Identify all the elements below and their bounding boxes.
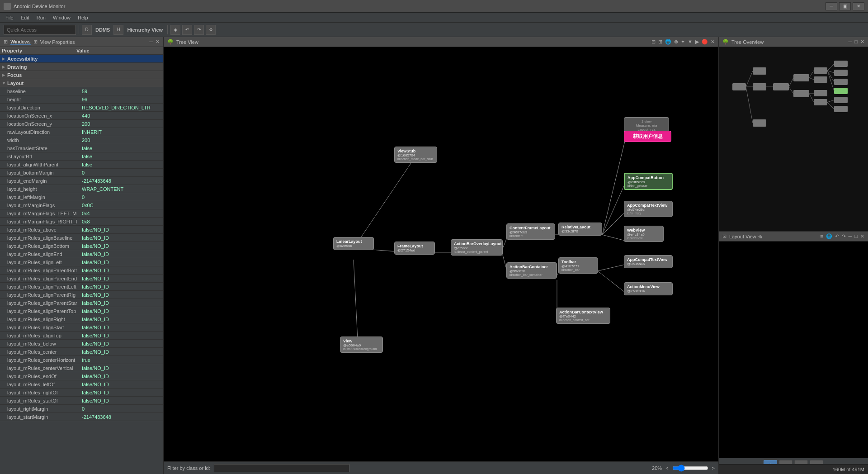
prop-row-33[interactable]: layout_mRules_centerHorizont true bbox=[0, 356, 163, 364]
tree-view-icon-1[interactable]: ⊡ bbox=[651, 38, 656, 45]
prop-row-27[interactable]: layout_mRules_alignParentTop false/NO_ID bbox=[0, 307, 163, 315]
layout-view-icon-1[interactable]: ≡ bbox=[819, 233, 824, 240]
prop-row-22[interactable]: layout_mRules_alignParentBott false/NO_I… bbox=[0, 266, 163, 275]
layout-canvas[interactable] bbox=[719, 242, 868, 458]
prop-row-7[interactable]: hasTransientState false bbox=[0, 144, 163, 152]
prop-row-3[interactable]: locationOnScreen_x 440 bbox=[0, 112, 163, 120]
prop-row-20[interactable]: layout_mRules_alignEnd false/NO_ID bbox=[0, 250, 163, 258]
tab-layout-view[interactable]: Layout View % bbox=[729, 234, 762, 239]
toolbar-btn-2[interactable]: ↶ bbox=[182, 25, 192, 35]
layout-view-min-icon[interactable]: ─ bbox=[848, 233, 853, 240]
prop-row-23[interactable]: layout_mRules_alignParentEnd false/NO_ID bbox=[0, 275, 163, 283]
tab-windows[interactable]: Windows bbox=[10, 39, 31, 45]
tree-ov-close-icon[interactable]: ✕ bbox=[859, 38, 865, 45]
layout-arrow[interactable]: ▼ bbox=[2, 81, 7, 85]
node-viewStub[interactable]: ViewStub @1665704 id/action_mode_bar_stu… bbox=[394, 147, 437, 163]
node-appCompatTextView2[interactable]: AppCompatTextView @0a35a46 bbox=[624, 255, 673, 268]
minimize-button[interactable]: ─ bbox=[826, 2, 837, 10]
section-focus[interactable]: ▶ Focus bbox=[0, 71, 163, 79]
toolbar-btn-3[interactable]: ↷ bbox=[194, 25, 204, 35]
prop-row-12[interactable]: layout_height WRAP_CONTENT bbox=[0, 185, 163, 193]
node-frameLayout[interactable]: FrameLayout @27154ed bbox=[394, 242, 435, 255]
toolbar-btn-1[interactable]: ◈ bbox=[170, 25, 180, 35]
toolbar-btn-4[interactable]: ⚙ bbox=[206, 25, 216, 35]
left-panel-close-icon[interactable]: ✕ bbox=[155, 38, 160, 45]
toolbar-hierarchy-view[interactable]: H bbox=[113, 25, 123, 35]
prop-row-32[interactable]: layout_mRules_center false/NO_ID bbox=[0, 348, 163, 356]
prop-row-18[interactable]: layout_mRules_alignBaseline false/NO_ID bbox=[0, 234, 163, 242]
prop-row-37[interactable]: layout_mRules_rightOf false/NO_ID bbox=[0, 389, 163, 397]
tree-view-close-icon[interactable]: ✕ bbox=[710, 38, 716, 45]
node-contentFrame[interactable]: ContentFrameLayout @9687db3 id/content bbox=[506, 223, 555, 240]
tree-view-icon-7[interactable]: ▶ bbox=[694, 38, 700, 45]
section-layout[interactable]: ▼ Layout bbox=[0, 79, 163, 87]
node-toolbar[interactable]: Toolbar @41b7671 id/action_bar bbox=[558, 257, 598, 274]
tree-canvas[interactable]: LinearLayout @62e956 View @e5664a0 id/st… bbox=[164, 47, 718, 461]
tree-view-icon-5[interactable]: ✦ bbox=[680, 38, 686, 45]
node-linearLayout[interactable]: LinearLayout @62e956 bbox=[333, 237, 374, 250]
prop-row-10[interactable]: layout_bottomMargin 0 bbox=[0, 169, 163, 177]
prop-row-29[interactable]: layout_mRules_alignStart false/NO_ID bbox=[0, 323, 163, 332]
zoom-slider[interactable] bbox=[672, 465, 708, 472]
layout-view-close-icon[interactable]: ✕ bbox=[859, 233, 865, 240]
tree-view-icon-3[interactable]: 🌐 bbox=[664, 38, 672, 45]
prop-row-30[interactable]: layout_mRules_alignTop false/NO_ID bbox=[0, 332, 163, 340]
tab-tree-overview[interactable]: Tree Overview bbox=[731, 39, 764, 45]
prop-row-39[interactable]: layout_rightMargin 0 bbox=[0, 405, 163, 413]
node-pink-button[interactable]: 获取用户信息 bbox=[624, 131, 671, 142]
toolbar-ddms[interactable]: D bbox=[82, 25, 92, 35]
layout-view-icon-3[interactable]: ↶ bbox=[834, 233, 840, 240]
prop-row-25[interactable]: layout_mRules_alignParentRig false/NO_ID bbox=[0, 291, 163, 299]
prop-row-11[interactable]: layout_endMargin -2147483648 bbox=[0, 177, 163, 185]
node-actionBarContainer[interactable]: ActionBarContainer @99e02b id/action_bar… bbox=[506, 262, 557, 279]
drawing-arrow[interactable]: ▶ bbox=[2, 65, 7, 69]
node-webView[interactable]: WebView @e4c34a5 id/webview bbox=[624, 226, 664, 242]
prop-row-24[interactable]: layout_mRules_alignParentLeft false/NO_I… bbox=[0, 283, 163, 291]
section-accessibility[interactable]: ▶ Accessibility bbox=[0, 55, 163, 63]
prop-row-8[interactable]: isLayoutRtl false bbox=[0, 152, 163, 161]
prop-row-6[interactable]: width 200 bbox=[0, 136, 163, 144]
menu-run[interactable]: Run bbox=[33, 14, 49, 21]
node-relativeLayout[interactable]: RelativeLayout @33c3f70 bbox=[558, 223, 602, 236]
prop-row-21[interactable]: layout_mRules_alignLeft false/NO_ID bbox=[0, 258, 163, 266]
layout-view-max-icon[interactable]: □ bbox=[854, 233, 859, 240]
zoom-less[interactable]: < bbox=[665, 465, 668, 471]
focus-arrow[interactable]: ▶ bbox=[2, 73, 7, 77]
node-actionBarContextView[interactable]: ActionBarContextView @f7e0442 id/action_… bbox=[556, 308, 610, 324]
prop-row-0[interactable]: baseline 59 bbox=[0, 87, 163, 95]
tree-view-icon-8[interactable]: 🔴 bbox=[701, 38, 709, 45]
layout-view-icon-4[interactable]: ↷ bbox=[841, 233, 847, 240]
node-actionBarOverlay[interactable]: ActionBarOverlayLayout @ef6f22 id/decor_… bbox=[451, 239, 503, 256]
prop-row-19[interactable]: layout_mRules_alignBottom false/NO_ID bbox=[0, 242, 163, 250]
tab-tree-view[interactable]: Tree View bbox=[176, 39, 198, 45]
restore-button[interactable]: ▣ bbox=[839, 2, 851, 10]
menu-file[interactable]: File bbox=[2, 14, 17, 21]
tree-ov-max-icon[interactable]: □ bbox=[854, 38, 859, 45]
tree-view-icon-2[interactable]: ⊞ bbox=[657, 38, 663, 45]
prop-row-17[interactable]: layout_mRules_above false/NO_ID bbox=[0, 226, 163, 234]
prop-row-1[interactable]: height 96 bbox=[0, 95, 163, 104]
accessibility-arrow[interactable]: ▶ bbox=[2, 57, 7, 61]
prop-row-14[interactable]: layout_mMarginFlags 0x0C bbox=[0, 201, 163, 209]
prop-row-38[interactable]: layout_mRules_startOf false/NO_ID bbox=[0, 397, 163, 405]
node-appCompatTextView1[interactable]: AppCompatTextView @d74e29c id/tv_msg bbox=[624, 201, 673, 217]
node-actionMenuView[interactable]: ActionMenuView @769e934 bbox=[624, 282, 673, 295]
node-view[interactable]: View @e5664a0 id/statusBarBackground bbox=[340, 337, 383, 353]
menu-window[interactable]: Window bbox=[49, 14, 74, 21]
prop-row-35[interactable]: layout_mRules_endOf false/NO_ID bbox=[0, 372, 163, 380]
prop-row-5[interactable]: rawLayoutDirection INHERIT bbox=[0, 128, 163, 136]
zoom-more[interactable]: > bbox=[712, 465, 715, 471]
close-button[interactable]: ✕ bbox=[853, 2, 864, 10]
menu-edit[interactable]: Edit bbox=[17, 14, 33, 21]
tree-ov-min-icon[interactable]: ─ bbox=[848, 38, 853, 45]
filter-input[interactable] bbox=[214, 464, 349, 472]
prop-row-31[interactable]: layout_mRules_below false/NO_ID bbox=[0, 340, 163, 348]
prop-row-28[interactable]: layout_mRules_alignRight false/NO_ID bbox=[0, 315, 163, 323]
prop-row-13[interactable]: layout_leftMargin 0 bbox=[0, 193, 163, 201]
tree-view-icon-6[interactable]: ▼ bbox=[687, 38, 693, 45]
layout-view-icon-2[interactable]: 🌐 bbox=[825, 233, 833, 240]
prop-row-4[interactable]: locationOnScreen_y 200 bbox=[0, 120, 163, 128]
prop-row-15[interactable]: layout_mMarginFlags_LEFT_M 0x4 bbox=[0, 209, 163, 218]
section-drawing[interactable]: ▶ Drawing bbox=[0, 63, 163, 71]
node-appCompatButton[interactable]: AppCompatButton @c8b52e9 id/btn_getuser bbox=[624, 173, 673, 190]
